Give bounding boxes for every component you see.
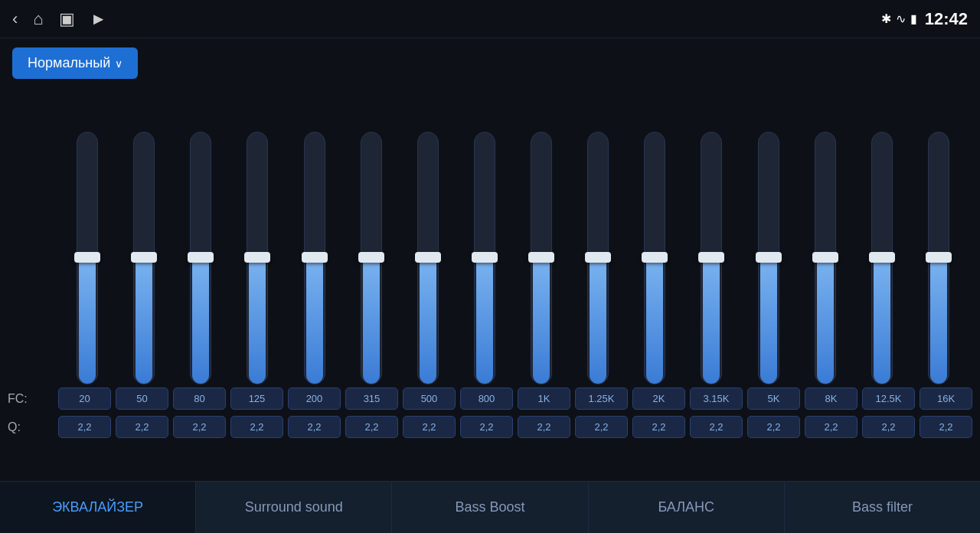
q-btn-10[interactable]: 2,2 xyxy=(632,416,685,438)
fc-btn-5[interactable]: 315 xyxy=(345,387,398,410)
tab-eq[interactable]: ЭКВАЛАЙЗЕР xyxy=(0,482,196,533)
q-btn-1[interactable]: 2,2 xyxy=(116,416,168,438)
slider-track-13[interactable] xyxy=(815,132,836,384)
tab-bass[interactable]: Bass Boost xyxy=(392,482,588,533)
fc-btn-11[interactable]: 3.15K xyxy=(690,387,743,410)
slider-track-10[interactable] xyxy=(644,132,665,384)
slider-col-1[interactable] xyxy=(118,132,170,384)
slider-track-14[interactable] xyxy=(871,132,893,384)
fc-btn-7[interactable]: 800 xyxy=(460,387,513,410)
slider-thumb-10[interactable] xyxy=(642,252,668,263)
slider-col-10[interactable] xyxy=(629,132,681,384)
fc-btn-1[interactable]: 50 xyxy=(116,387,168,410)
fc-btn-8[interactable]: 1K xyxy=(518,387,570,410)
slider-fill-6 xyxy=(420,258,436,384)
slider-track-0[interactable] xyxy=(77,132,98,384)
slider-col-4[interactable] xyxy=(289,132,341,384)
slider-col-12[interactable] xyxy=(743,132,795,384)
slider-fill-3 xyxy=(249,258,266,384)
slider-thumb-13[interactable] xyxy=(812,252,838,263)
fc-btn-0[interactable]: 20 xyxy=(58,387,111,410)
preset-button[interactable]: Нормальный ∨ xyxy=(12,47,138,79)
slider-track-12[interactable] xyxy=(758,132,779,384)
slider-track-11[interactable] xyxy=(701,132,722,384)
preset-arrow: ∨ xyxy=(115,57,122,70)
slider-col-0[interactable] xyxy=(61,132,113,384)
slider-thumb-9[interactable] xyxy=(585,252,611,263)
slider-track-2[interactable] xyxy=(190,132,211,384)
status-right: ✱ ∿ ▮ 12:42 xyxy=(881,9,968,29)
q-btn-2[interactable]: 2,2 xyxy=(173,416,226,438)
q-btn-8[interactable]: 2,2 xyxy=(518,416,570,438)
q-btn-14[interactable]: 2,2 xyxy=(862,416,915,438)
preset-label: Нормальный xyxy=(28,55,110,71)
slider-thumb-0[interactable] xyxy=(74,252,100,263)
slider-track-9[interactable] xyxy=(587,132,609,384)
fc-btn-4[interactable]: 200 xyxy=(288,387,341,410)
slider-thumb-5[interactable] xyxy=(358,252,384,263)
slider-col-13[interactable] xyxy=(799,132,851,384)
slider-col-9[interactable] xyxy=(572,132,624,384)
tab-surround[interactable]: Surround sound xyxy=(196,482,392,533)
slider-thumb-6[interactable] xyxy=(415,252,441,263)
slider-fill-4 xyxy=(306,258,323,384)
slider-fill-15 xyxy=(930,258,947,384)
tab-balance[interactable]: БАЛАНС xyxy=(589,482,785,533)
q-btn-11[interactable]: 2,2 xyxy=(690,416,743,438)
slider-thumb-2[interactable] xyxy=(188,252,214,263)
fc-btn-6[interactable]: 500 xyxy=(403,387,456,410)
q-btn-7[interactable]: 2,2 xyxy=(460,416,513,438)
slider-col-11[interactable] xyxy=(685,132,737,384)
q-btn-3[interactable]: 2,2 xyxy=(230,416,283,438)
fc-btn-12[interactable]: 5K xyxy=(747,387,800,410)
slider-thumb-4[interactable] xyxy=(302,252,328,263)
windows-icon[interactable]: ▣ xyxy=(59,9,75,29)
status-bar: ‹ ⌂ ▣ ► ✱ ∿ ▮ 12:42 xyxy=(0,0,980,38)
slider-col-15[interactable] xyxy=(913,132,965,384)
home-icon[interactable]: ⌂ xyxy=(33,9,43,29)
q-btn-15[interactable]: 2,2 xyxy=(920,416,972,438)
slider-track-15[interactable] xyxy=(928,132,949,384)
slider-track-8[interactable] xyxy=(531,132,552,384)
slider-thumb-3[interactable] xyxy=(244,252,270,263)
slider-thumb-8[interactable] xyxy=(528,252,554,263)
slider-col-14[interactable] xyxy=(856,132,908,384)
q-btn-9[interactable]: 2,2 xyxy=(575,416,628,438)
slider-track-1[interactable] xyxy=(133,132,155,384)
q-btn-0[interactable]: 2,2 xyxy=(58,416,111,438)
fc-btn-2[interactable]: 80 xyxy=(173,387,226,410)
fc-btn-9[interactable]: 1.25K xyxy=(575,387,628,410)
slider-thumb-11[interactable] xyxy=(698,252,724,263)
slider-thumb-1[interactable] xyxy=(131,252,157,263)
fc-btn-14[interactable]: 12.5K xyxy=(862,387,915,410)
slider-fill-2 xyxy=(192,258,209,384)
slider-track-5[interactable] xyxy=(361,132,382,384)
slider-thumb-7[interactable] xyxy=(472,252,498,263)
slider-thumb-15[interactable] xyxy=(926,252,952,263)
slider-track-4[interactable] xyxy=(304,132,325,384)
slider-track-7[interactable] xyxy=(474,132,495,384)
slider-thumb-12[interactable] xyxy=(756,252,782,263)
slider-col-3[interactable] xyxy=(231,132,283,384)
q-btn-12[interactable]: 2,2 xyxy=(747,416,800,438)
q-btn-13[interactable]: 2,2 xyxy=(805,416,858,438)
slider-col-7[interactable] xyxy=(459,132,511,384)
slider-col-2[interactable] xyxy=(175,132,227,384)
q-btn-5[interactable]: 2,2 xyxy=(345,416,398,438)
fc-btn-15[interactable]: 16K xyxy=(920,387,972,410)
slider-col-6[interactable] xyxy=(402,132,454,384)
fc-btn-10[interactable]: 2K xyxy=(632,387,685,410)
q-btn-4[interactable]: 2,2 xyxy=(288,416,341,438)
back-icon[interactable]: ‹ xyxy=(12,9,18,29)
slider-track-6[interactable] xyxy=(417,132,439,384)
slider-col-5[interactable] xyxy=(345,132,397,384)
slider-track-3[interactable] xyxy=(247,132,268,384)
play-icon[interactable]: ► xyxy=(90,9,107,29)
tab-filter[interactable]: Bass filter xyxy=(785,482,980,533)
fc-btn-3[interactable]: 125 xyxy=(230,387,283,410)
slider-col-8[interactable] xyxy=(515,132,567,384)
q-btn-6[interactable]: 2,2 xyxy=(403,416,456,438)
fc-btn-13[interactable]: 8K xyxy=(805,387,858,410)
slider-fill-11 xyxy=(703,258,720,384)
slider-thumb-14[interactable] xyxy=(869,252,895,263)
